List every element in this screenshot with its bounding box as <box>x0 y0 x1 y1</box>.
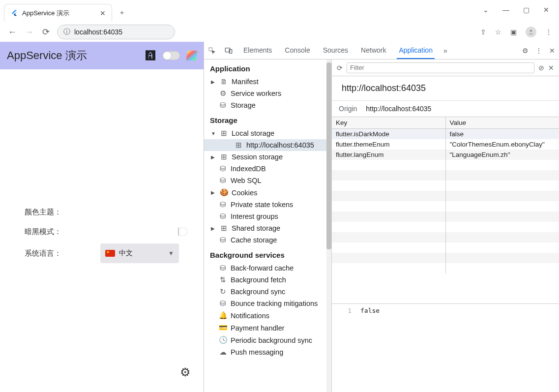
share-icon[interactable]: ⇪ <box>480 28 486 36</box>
table-row[interactable] <box>332 263 559 273</box>
app-bar: AppService 演示 🅰 <box>0 42 204 69</box>
table-row[interactable] <box>332 160 559 170</box>
site-info-icon[interactable]: ⓘ <box>63 28 70 36</box>
sidebar-bounce-tracking[interactable]: ⛁Bounce tracking mitigations <box>204 298 326 309</box>
tab-application[interactable]: Application <box>397 42 435 59</box>
flutter-favicon <box>10 9 18 17</box>
table-row[interactable] <box>332 232 559 242</box>
appbar-dark-toggle[interactable] <box>162 51 180 60</box>
tab-close-icon[interactable]: ✕ <box>100 9 106 17</box>
back-button[interactable]: ← <box>7 27 18 37</box>
tab-elements[interactable]: Elements <box>241 42 274 59</box>
bookmark-icon[interactable]: ☆ <box>495 28 501 36</box>
chevron-down-icon: ▼ <box>168 250 174 257</box>
tab-console[interactable]: Console <box>283 42 312 59</box>
preview-line-number: 1 <box>332 304 356 392</box>
sidebar-section-application: Application <box>204 60 326 76</box>
sidebar-section-bg-services: Background services <box>204 246 326 262</box>
browser-tab[interactable]: AppService 演示 ✕ <box>4 4 112 22</box>
table-row[interactable] <box>332 253 559 263</box>
window-controls: ⌄ ― ▢ ✕ <box>483 0 559 14</box>
sidebar-scrollbar[interactable] <box>326 60 331 392</box>
devtools-menu-icon[interactable]: ⋮ <box>535 47 542 55</box>
sidebar-section-storage: Storage <box>204 111 326 127</box>
delete-selected-icon[interactable]: ✕ <box>548 64 554 72</box>
table-header-key[interactable]: Key <box>332 117 445 129</box>
origin-value: http://localhost:64035 <box>366 105 431 113</box>
sidebar-payment-handler[interactable]: 💳Payment handler <box>204 322 326 334</box>
svg-point-0 <box>530 30 532 32</box>
table-header-value[interactable]: Value <box>445 117 559 129</box>
storage-toolbar: ⟳ ⊘ ✕ <box>332 60 559 76</box>
new-tab-button[interactable]: ＋ <box>116 7 128 19</box>
table-row[interactable] <box>332 201 559 211</box>
table-row[interactable] <box>332 191 559 201</box>
table-row[interactable] <box>332 211 559 222</box>
sidebar-websql[interactable]: ⛁Web SQL <box>204 175 326 186</box>
table-row[interactable]: flutter.themeEnum"ColorThemesEnum.ebonyC… <box>332 139 559 150</box>
sidebar-cache-storage[interactable]: ⛁Cache storage <box>204 234 326 246</box>
reload-button[interactable]: ⟳ <box>40 27 51 37</box>
settings-gear-icon[interactable]: ⚙ <box>180 365 191 379</box>
refresh-icon[interactable]: ⟳ <box>337 64 343 72</box>
tab-network[interactable]: Network <box>359 42 388 59</box>
forward-button[interactable]: → <box>24 27 34 37</box>
chevron-down-icon[interactable]: ⌄ <box>483 6 489 14</box>
profile-avatar[interactable] <box>526 27 536 37</box>
sidebar-local-storage-origin[interactable]: ⊞http://localhost:64035 <box>204 139 326 151</box>
more-tabs-icon[interactable]: » <box>443 47 447 55</box>
sidebar-local-storage[interactable]: ▼⊞Local storage <box>204 127 326 139</box>
sidebar-bf-cache[interactable]: ⛁Back-forward cache <box>204 262 326 274</box>
sidebar-periodic-sync[interactable]: 🕓Periodic background sync <box>204 334 326 346</box>
local-storage-table[interactable]: Key Value flutter.isDarkModefalse flutte… <box>332 117 559 273</box>
table-row[interactable] <box>332 181 559 191</box>
tab-sources[interactable]: Sources <box>321 42 350 59</box>
origin-row: Origin http://localhost:64035 <box>332 100 559 117</box>
minimize-button[interactable]: ― <box>502 6 509 14</box>
table-row[interactable]: flutter.isDarkModefalse <box>332 129 559 140</box>
clear-all-icon[interactable]: ⊘ <box>538 64 544 72</box>
dark-mode-toggle[interactable] <box>178 227 179 236</box>
devtools-tabs: Elements Console Sources Network Applica… <box>204 42 559 60</box>
origin-label: Origin <box>339 105 357 113</box>
dark-mode-row: 暗黑模式： <box>25 222 179 241</box>
origin-heading: http://localhost:64035 <box>332 76 559 100</box>
sidebar-manifest[interactable]: ▶🗎Manifest <box>204 76 326 88</box>
sidebar-cookies[interactable]: ▶🍪Cookies <box>204 186 326 199</box>
sidebar-notifications[interactable]: 🔔Notifications <box>204 309 326 322</box>
table-row[interactable]: flutter.langEnum"LanguageEnum.zh" <box>332 150 559 160</box>
sidebar-private-state-tokens[interactable]: ⛁Private state tokens <box>204 199 326 211</box>
app-viewport: AppService 演示 🅰 颜色主题： 暗黑模式： 系统语言： <box>0 42 204 392</box>
sidebar-service-workers[interactable]: ⚙Service workers <box>204 88 326 99</box>
browser-titlebar: AppService 演示 ✕ ＋ ⌄ ― ▢ ✕ <box>0 0 559 22</box>
table-row[interactable] <box>332 170 559 181</box>
side-panel-icon[interactable]: ▣ <box>510 28 517 36</box>
devtools-close-icon[interactable]: ✕ <box>549 47 555 55</box>
sidebar-push-messaging[interactable]: ☁Push messaging <box>204 346 326 358</box>
flag-china-icon <box>105 250 115 257</box>
table-row[interactable] <box>332 222 559 232</box>
sidebar-indexeddb[interactable]: ⛁IndexedDB <box>204 163 326 175</box>
translate-icon[interactable]: 🅰 <box>146 50 155 61</box>
table-row[interactable] <box>332 242 559 253</box>
maximize-button[interactable]: ▢ <box>523 6 530 14</box>
sidebar-session-storage[interactable]: ▶⊞Session storage <box>204 151 326 163</box>
devtools-panel: Elements Console Sources Network Applica… <box>204 42 559 392</box>
close-window-button[interactable]: ✕ <box>543 6 549 14</box>
filter-input[interactable] <box>347 62 534 73</box>
sidebar-interest-groups[interactable]: ⛁Interest groups <box>204 211 326 222</box>
device-toggle-icon[interactable] <box>225 47 233 55</box>
sidebar-storage[interactable]: ⛁Storage <box>204 99 326 111</box>
language-dropdown[interactable]: 中文 ▼ <box>100 243 179 263</box>
theme-icon[interactable] <box>186 51 198 60</box>
inspect-icon[interactable] <box>208 47 216 55</box>
address-bar[interactable]: ⓘ localhost:64035 <box>57 25 175 39</box>
menu-icon[interactable]: ⋮ <box>545 28 552 36</box>
language-label: 系统语言： <box>25 249 79 258</box>
sidebar-bg-sync[interactable]: ↻Background sync <box>204 286 326 298</box>
devtools-settings-icon[interactable]: ⚙ <box>522 47 529 55</box>
application-sidebar: Application ▶🗎Manifest ⚙Service workers … <box>204 60 332 392</box>
sidebar-shared-storage[interactable]: ▶⊞Shared storage <box>204 222 326 234</box>
sidebar-bg-fetch[interactable]: ⇅Background fetch <box>204 274 326 286</box>
dark-mode-label: 暗黑模式： <box>25 227 79 237</box>
